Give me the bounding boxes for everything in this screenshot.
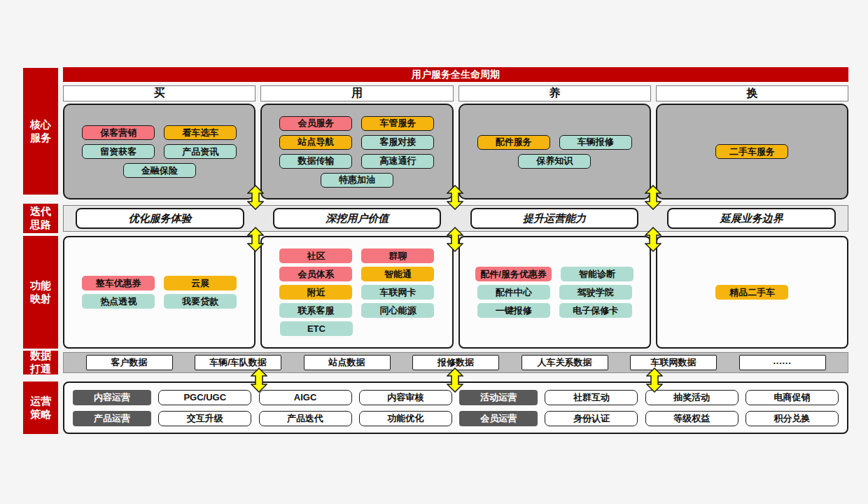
chip-row: 金融保险 xyxy=(123,163,196,178)
service-chip: 留资获客 xyxy=(82,144,155,159)
mapping-panel-replace: 精品二手车 xyxy=(656,236,848,349)
flow-arrow-icon xyxy=(645,185,662,210)
service-chip: 二手车服务 xyxy=(715,144,788,159)
service-chip: 保客营销 xyxy=(82,125,155,140)
flow-arrow-icon xyxy=(447,227,463,252)
chip-row: 会员服务 车管服务 xyxy=(279,116,434,131)
iteration-box: 优化服务体验 xyxy=(76,208,244,229)
chip-row: 配件中心 驾驶学院 xyxy=(477,285,632,300)
chip-row: 站点导航 客服对接 xyxy=(279,135,434,150)
mapping-chip: 配件中心 xyxy=(477,285,550,300)
function-mapping-row: 整车优惠券 云展 热点透视 我要贷款 社区 群聊 会员体系 智能通 附近 车联网… xyxy=(63,236,848,349)
chip-row: 特惠加油 xyxy=(321,173,393,188)
operations-chip: 身份认证 xyxy=(545,411,638,426)
iteration-box: 延展业务边界 xyxy=(667,208,835,229)
iteration-box: 提升运营能力 xyxy=(470,208,638,229)
service-chip: 车管服务 xyxy=(361,116,434,131)
service-chip: 站点导航 xyxy=(279,135,352,150)
stage-header-maintain: 养 xyxy=(458,85,651,102)
operations-category-chip: 内容运营 xyxy=(73,390,151,405)
service-chip: 看车选车 xyxy=(164,125,237,140)
flow-arrow-icon xyxy=(447,368,463,393)
core-panel-buy: 保客营销 看车选车 留资获客 产品资讯 金融保险 xyxy=(63,104,255,200)
side-label-data: 数据打通 xyxy=(23,351,58,374)
operations-chip: 功能优化 xyxy=(359,411,452,426)
side-label-core-text: 核心服务 xyxy=(29,118,52,145)
flow-arrow-icon xyxy=(645,227,662,252)
core-panel-use: 会员服务 车管服务 站点导航 客服对接 数据传输 高速通行 特惠加油 xyxy=(260,104,453,200)
data-box: 人车关系数据 xyxy=(522,355,608,370)
stage-header-row: 买 用 养 换 xyxy=(63,85,848,101)
operations-chip: 电商促销 xyxy=(746,390,839,405)
service-chip: 数据传输 xyxy=(279,154,352,169)
side-label-operation: 运营策略 xyxy=(23,382,58,434)
flow-arrow-icon xyxy=(247,227,264,252)
chip-row: 保养知识 xyxy=(518,154,591,169)
operations-chip: 等级权益 xyxy=(645,411,738,426)
mapping-chip: 同心能源 xyxy=(361,303,434,318)
operations-category-chip: 产品运营 xyxy=(73,411,151,426)
operations-chip: AIGC xyxy=(259,390,352,405)
service-chip: 金融保险 xyxy=(123,163,196,178)
chip-row: 一键报修 电子保修卡 xyxy=(477,303,632,318)
side-label-operation-text: 运营策略 xyxy=(29,395,52,421)
core-panel-maintain: 配件服务 车辆报修 保养知识 xyxy=(458,104,651,200)
chip-row: 会员体系 智能通 xyxy=(280,267,434,281)
side-label-data-text: 数据打通 xyxy=(29,349,52,376)
chip-row: 整车优惠券 云展 xyxy=(82,276,237,290)
service-chip: 产品资讯 xyxy=(164,144,237,159)
mapping-chip: 电子保修卡 xyxy=(559,303,632,318)
chip-row: 社区 群聊 xyxy=(280,248,434,263)
mapping-chip: 会员体系 xyxy=(279,267,352,281)
operations-category-chip: 会员运营 xyxy=(459,411,538,426)
banner-title: 用户服务全生命周期 xyxy=(63,67,848,82)
side-label-mapping-text: 功能映射 xyxy=(29,279,52,306)
chip-row: 二手车服务 xyxy=(715,144,788,159)
mapping-chip: 附近 xyxy=(279,285,352,300)
side-label-core-services: 核心服务 xyxy=(23,68,58,195)
mapping-chip: 云展 xyxy=(164,276,237,290)
service-chip: 特惠加油 xyxy=(321,173,393,188)
operations-chip: PGC/UGC xyxy=(158,390,251,405)
mapping-chip: 群聊 xyxy=(361,248,434,263)
side-label-iteration: 迭代思路 xyxy=(23,204,58,233)
data-box: ······ xyxy=(739,355,826,370)
mapping-chip: 整车优惠券 xyxy=(82,276,155,290)
chip-row: 精品二手车 xyxy=(715,285,788,300)
operations-category-chip: 活动运营 xyxy=(459,390,538,405)
mapping-chip: ETC xyxy=(280,321,353,336)
operations-chip: 积分兑换 xyxy=(746,411,839,426)
side-label-mapping: 功能映射 xyxy=(23,236,58,349)
mapping-chip: 社区 xyxy=(279,248,352,263)
stage-header-replace: 换 xyxy=(656,85,848,102)
service-chip: 会员服务 xyxy=(279,116,352,131)
mapping-chip: 一键报修 xyxy=(477,303,550,318)
flow-arrow-icon xyxy=(447,185,463,210)
service-chip: 高速通行 xyxy=(361,154,434,169)
service-chip: 保养知识 xyxy=(518,154,591,169)
mapping-chip: 智能通 xyxy=(361,267,434,281)
mapping-chip: 精品二手车 xyxy=(715,285,788,300)
operations-chip: 产品迭代 xyxy=(259,411,352,426)
mapping-panel-use: 社区 群聊 会员体系 智能通 附近 车联网卡 联系客服 同心能源 ETC xyxy=(260,236,453,349)
flow-arrow-icon xyxy=(247,185,264,210)
service-chip: 配件服务 xyxy=(477,135,550,150)
operations-chip: 内容审核 xyxy=(359,390,452,405)
side-label-iteration-text: 迭代思路 xyxy=(29,205,52,232)
mapping-chip: 智能诊断 xyxy=(561,267,634,281)
chip-row: 联系客服 同心能源 xyxy=(280,303,434,318)
service-chip: 车辆报修 xyxy=(559,135,632,150)
chip-row: 附近 车联网卡 xyxy=(280,285,434,300)
data-box: 客户数据 xyxy=(86,355,173,370)
core-panel-replace: 二手车服务 xyxy=(656,104,848,200)
data-box: 车辆/车队数据 xyxy=(195,355,281,370)
chip-row: 热点透视 我要贷款 xyxy=(82,294,237,309)
mapping-chip: 联系客服 xyxy=(279,303,352,318)
mapping-chip: 驾驶学院 xyxy=(559,285,632,300)
stage-header-buy: 买 xyxy=(63,85,255,102)
mapping-chip: 我要贷款 xyxy=(164,294,237,309)
data-box: 站点数据 xyxy=(304,355,391,370)
mapping-panel-buy: 整车优惠券 云展 热点透视 我要贷款 xyxy=(63,236,255,349)
operations-row: 产品运营 交互升级 产品迭代 功能优化 会员运营 身份认证 等级权益 积分兑换 xyxy=(73,411,839,426)
service-chip: 客服对接 xyxy=(361,135,434,150)
